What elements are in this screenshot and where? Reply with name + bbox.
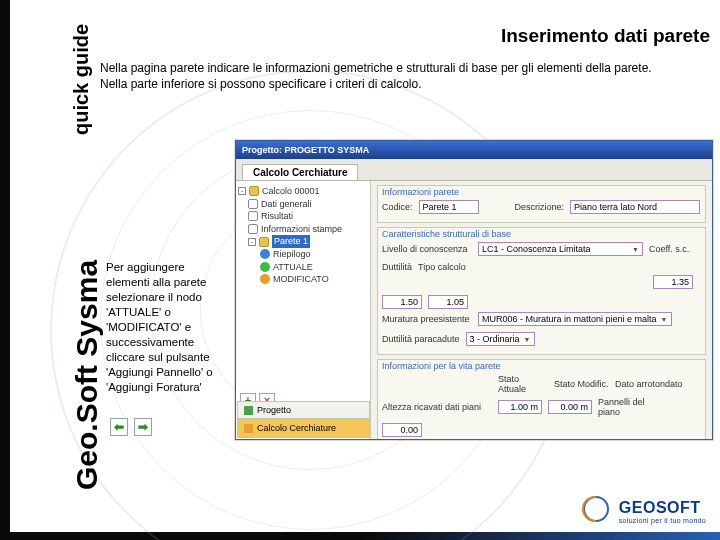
nav-next-button[interactable]: ➡	[134, 418, 152, 436]
r1a-input[interactable]: 1.00 m	[498, 400, 542, 414]
expand-icon[interactable]: -	[248, 238, 256, 246]
col-modific: Stato Modific.	[554, 379, 609, 389]
tree-riepilogo[interactable]: Riepilogo	[273, 248, 311, 261]
group-info-parete: Informazioni parete	[382, 187, 701, 197]
group-caratteristiche: Caratteristiche strutturali di base	[382, 229, 701, 239]
logo-mark	[583, 496, 613, 526]
tree-dati-generali[interactable]: Dati generali	[261, 198, 312, 211]
tipo-label: Tipo calcolo	[418, 262, 466, 272]
window-titlebar: Progetto: PROGETTO SYSMA	[236, 141, 712, 159]
group-vita-parete: Informazioni per la vita parete	[382, 361, 701, 371]
project-tree[interactable]: -Calcolo 00001 Dati generali Risultati I…	[236, 181, 371, 439]
folder-icon	[259, 237, 269, 247]
nav-prev-button[interactable]: ⬅	[110, 418, 128, 436]
r1c-input[interactable]: 0.00	[382, 423, 422, 437]
brand-label: Geo.Soft Sysma	[70, 260, 104, 490]
codice-label: Codice:	[382, 202, 413, 212]
footer-logo: GEOSOFT soluzioni per il tuo mondo	[583, 496, 706, 526]
folder-icon	[249, 186, 259, 196]
doc-icon	[248, 211, 258, 221]
codice-input[interactable]: Parete 1	[419, 200, 479, 214]
logo-tagline: soluzioni per il tuo mondo	[619, 517, 706, 524]
chevron-down-icon: ▼	[661, 316, 668, 323]
node-icon	[260, 249, 270, 259]
window-title: Progetto: PROGETTO SYSMA	[242, 145, 369, 155]
intro-text: Nella pagina parete indicare le informaz…	[100, 60, 700, 92]
r1b-input[interactable]: 0.00 m	[548, 400, 592, 414]
page-title: Inserimento dati parete	[501, 25, 710, 47]
muratura-select[interactable]: MUR006 - Muratura in mattoni pieni e mal…	[478, 312, 672, 326]
tree-modificato[interactable]: MODIFICATO	[273, 273, 329, 286]
bottom-tab-progetto[interactable]: Progetto	[237, 401, 370, 420]
tree-info-stampe[interactable]: Informazioni stampe	[261, 223, 342, 236]
node-icon	[260, 262, 270, 272]
tree-attuale[interactable]: ATTUALE	[273, 261, 313, 274]
doc-icon	[248, 224, 258, 234]
tab-bar: Calcolo Cerchiature	[236, 159, 712, 181]
dutt-par-select[interactable]: 3 - Ordinaria▼	[466, 332, 535, 346]
descrizione-input[interactable]: Piano terra lato Nord	[570, 200, 700, 214]
coef-input[interactable]: 1.35	[653, 275, 693, 289]
expand-icon[interactable]: -	[238, 187, 246, 195]
col-attuale: Stato Attuale	[498, 374, 548, 394]
tree-parete-1[interactable]: Parete 1	[272, 235, 310, 248]
quick-guide-label: quick guide	[70, 24, 93, 135]
coef-label: Coeff. s.c.	[649, 244, 689, 254]
duttilita-label: Duttilità	[382, 262, 412, 272]
chevron-down-icon: ▼	[632, 246, 639, 253]
doc-icon	[248, 199, 258, 209]
tree-risultati[interactable]: Risultati	[261, 210, 293, 223]
form-panel: Informazioni parete Codice: Parete 1 Des…	[371, 181, 712, 439]
node-icon	[260, 274, 270, 284]
side-note: Per aggiungere elementi alla parete sele…	[106, 260, 231, 394]
dutt-input[interactable]: 1.50	[382, 295, 422, 309]
muratura-label: Muratura preesistente	[382, 314, 472, 324]
dutt-par-label: Duttilità paracadute	[382, 334, 460, 344]
livello-select[interactable]: LC1 - Conoscenza Limitata▼	[478, 242, 643, 256]
r3c-label: Pannelli del piano	[598, 397, 668, 417]
bottom-tab-calcolo[interactable]: Calcolo Cerchiature	[237, 419, 370, 438]
chevron-down-icon: ▼	[524, 336, 531, 343]
coef2-input[interactable]: 1.05	[428, 295, 468, 309]
tab-calcolo[interactable]: Calcolo Cerchiature	[242, 164, 358, 180]
square-icon	[244, 424, 253, 433]
livello-label: Livello di conoscenza	[382, 244, 472, 254]
col-arrot: Dato arrotondato	[615, 379, 683, 389]
app-window: Progetto: PROGETTO SYSMA Calcolo Cerchia…	[235, 140, 713, 440]
logo-text: GEOSOFT	[619, 499, 706, 517]
r1-label: Altezza ricavati dati piani	[382, 402, 492, 412]
descrizione-label: Descrizione:	[515, 202, 565, 212]
square-icon	[244, 406, 253, 415]
